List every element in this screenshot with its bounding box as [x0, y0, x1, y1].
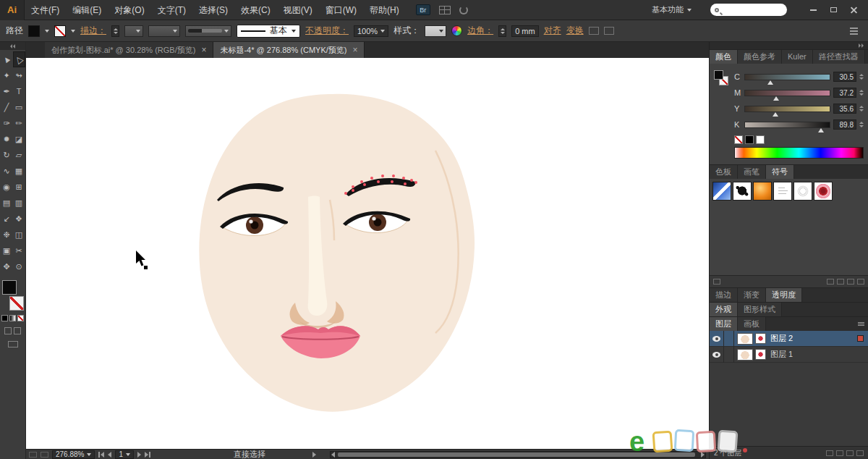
eyedropper-tool[interactable]: ↙ [1, 211, 13, 227]
menu-item[interactable]: 文字(T) [151, 0, 192, 20]
channel-slider[interactable] [744, 74, 830, 80]
corner-value[interactable]: 0 mm [511, 25, 539, 37]
menu-item[interactable]: 效果(C) [234, 0, 277, 20]
menu-item[interactable]: 文件(F) [25, 0, 66, 20]
panel-tab[interactable]: 颜色 [710, 50, 738, 64]
draw-normal-button[interactable] [4, 327, 12, 334]
white-swatch[interactable] [756, 135, 765, 144]
stroke-panel-link[interactable]: 描边： [80, 25, 106, 37]
document-tab[interactable]: 未标题-4* @ 276.88% (CMYK/预览) × [213, 42, 365, 58]
document-tab[interactable]: 创作策划-图标.ai* @ 30.28% (RGB/预览) × [45, 42, 213, 58]
scroll-left-icon[interactable] [331, 452, 335, 458]
paintbrush-tool[interactable]: ✑ [1, 115, 13, 131]
menu-item[interactable]: 帮助(H) [363, 0, 406, 20]
channel-value[interactable]: 89.8 [833, 119, 856, 130]
layer-name[interactable]: 图层 2 [770, 333, 793, 344]
menu-item[interactable]: 选择(S) [192, 0, 234, 20]
opacity-value[interactable]: 100% [354, 25, 388, 37]
color-mode-button[interactable] [1, 315, 8, 321]
close-button[interactable] [843, 4, 864, 17]
panel-tab[interactable]: Kuler [782, 50, 813, 64]
channel-value[interactable]: 37.2 [833, 88, 856, 98]
chevron-down-icon[interactable] [45, 30, 49, 33]
channel-value[interactable]: 30.5 [833, 72, 856, 82]
close-tab-icon[interactable]: × [352, 46, 357, 54]
visibility-eye-icon[interactable] [710, 331, 724, 347]
sublayer-thumbnail[interactable] [755, 349, 766, 360]
lasso-tool[interactable]: ↬ [13, 67, 25, 83]
channel-value[interactable]: 35.6 [833, 104, 856, 114]
channel-spinner[interactable] [859, 74, 864, 80]
artboard-tool[interactable]: ▣ [1, 243, 13, 258]
scrollbar-thumb[interactable] [338, 452, 695, 457]
panel-menu-icon[interactable] [858, 322, 864, 326]
symbol-blue-ribbon[interactable] [712, 182, 731, 201]
make-mask-icon[interactable] [826, 450, 833, 456]
symbol-sprayer-tool[interactable]: ❉ [1, 227, 13, 243]
corner-link[interactable]: 边角： [467, 25, 493, 37]
face-artwork[interactable] [199, 94, 475, 412]
control-menu-icon[interactable] [850, 28, 862, 35]
next-artboard-button[interactable] [137, 452, 141, 458]
prev-artboard-button[interactable] [108, 452, 111, 458]
width-profile-dropdown[interactable] [185, 25, 231, 37]
slice-tool[interactable]: ✂ [13, 243, 25, 258]
channel-spinner[interactable] [859, 122, 864, 127]
blob-brush-tool[interactable]: ✹ [1, 131, 13, 147]
menu-item[interactable]: 对象(O) [108, 0, 150, 20]
layer-row[interactable]: 图层 1 [710, 347, 868, 363]
new-layer-icon[interactable] [846, 450, 854, 456]
rectangle-tool[interactable]: ▭ [13, 99, 25, 115]
bridge-icon[interactable]: Br [416, 4, 430, 15]
sublayer-thumbnail[interactable] [755, 333, 766, 344]
gradient-mode-button[interactable] [9, 315, 16, 321]
panel-tab[interactable]: 颜色参考 [738, 50, 782, 64]
channel-spinner[interactable] [859, 90, 864, 96]
magic-wand-tool[interactable]: ✦ [1, 67, 13, 83]
isolate-icon[interactable] [604, 27, 614, 35]
slider-thumb-icon[interactable] [773, 96, 779, 101]
blend-tool[interactable]: ❖ [13, 211, 25, 227]
menu-item[interactable]: 编辑(E) [66, 0, 108, 20]
recolor-artwork-icon[interactable] [451, 25, 462, 36]
channel-slider[interactable] [744, 106, 830, 112]
channel-slider[interactable] [744, 90, 830, 96]
layer-name[interactable]: 图层 1 [770, 349, 793, 360]
mesh-tool[interactable]: ▤ [1, 195, 13, 211]
canvas[interactable] [26, 58, 709, 449]
line-segment-tool[interactable]: ╱ [1, 99, 13, 115]
layer-thumbnail[interactable] [737, 349, 753, 361]
symbol-note[interactable] [773, 182, 792, 201]
new-sublayer-icon[interactable] [836, 450, 843, 456]
slider-thumb-icon[interactable] [818, 128, 824, 132]
fill-proxy-swatch[interactable] [2, 280, 17, 295]
symbol-orange-orb[interactable] [753, 182, 772, 201]
panel-tab[interactable]: 渐变 [738, 288, 766, 302]
gradient-tool[interactable]: ▥ [13, 195, 25, 211]
direct-selection-tool[interactable]: △ [13, 51, 25, 67]
arrange-documents-icon[interactable] [439, 6, 451, 14]
free-transform-tool[interactable]: ▦ [13, 163, 25, 179]
channel-slider[interactable] [744, 122, 830, 128]
new-symbol-icon[interactable] [847, 279, 854, 285]
place-symbol-icon[interactable] [827, 279, 834, 285]
last-artboard-button[interactable] [145, 452, 150, 458]
panel-tab[interactable]: 描边 [710, 288, 738, 302]
break-link-icon[interactable] [837, 279, 844, 285]
slider-thumb-icon[interactable] [767, 80, 773, 85]
toolbar-collapse-button[interactable] [0, 42, 25, 50]
panel-tab[interactable]: 路径查找器 [813, 50, 865, 64]
lock-cell[interactable] [724, 347, 734, 363]
transform-link[interactable]: 变换 [566, 25, 584, 37]
none-mode-button[interactable] [17, 315, 24, 321]
minimize-button[interactable] [803, 4, 823, 17]
layer-row[interactable]: 图层 2 [710, 331, 868, 347]
pencil-tool[interactable]: ✏ [13, 115, 25, 131]
lock-cell[interactable] [724, 331, 734, 347]
status-doc-icon[interactable] [41, 452, 48, 458]
zoom-control[interactable]: 276.88% [52, 450, 95, 459]
panel-tab[interactable]: 透明度 [766, 288, 802, 302]
stroke-color-swatch[interactable] [54, 25, 66, 37]
chevron-down-icon[interactable] [71, 30, 75, 33]
draw-behind-button[interactable] [14, 327, 21, 334]
